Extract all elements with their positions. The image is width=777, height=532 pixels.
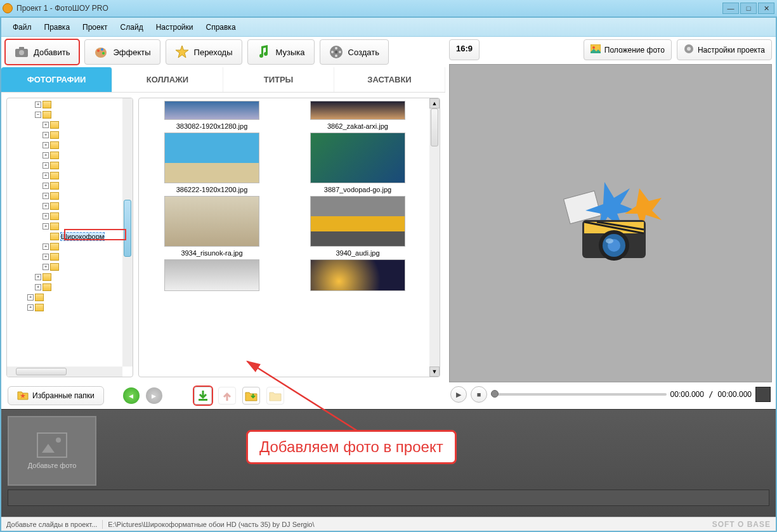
thumb-item[interactable]: 3862_zakat-arxi.jpg <box>287 101 428 130</box>
left-panel: Добавить Эффекты Переходы <box>1 37 445 409</box>
menu-edit[interactable]: Правка <box>38 20 77 34</box>
play-button[interactable]: ▶ <box>450 386 467 403</box>
menu-project[interactable]: Проект <box>76 20 114 34</box>
preview-area <box>449 64 772 382</box>
tab-collages[interactable]: КОЛЛАЖИ <box>112 67 223 92</box>
photo-position-label: Положение фото <box>604 46 665 55</box>
svg-point-3 <box>95 48 107 58</box>
minimize-button[interactable]: — <box>722 3 739 14</box>
maximize-button[interactable]: □ <box>740 3 757 14</box>
project-settings-button[interactable]: Настройки проекта <box>677 39 772 60</box>
favorites-label: Избранные папки <box>32 391 95 400</box>
svg-point-12 <box>331 51 334 53</box>
add-button[interactable]: Добавить <box>5 39 79 65</box>
stop-button[interactable]: ■ <box>471 386 487 403</box>
svg-point-13 <box>335 51 337 53</box>
status-path: E:\Pictures\Широкоформатные обои HD (час… <box>108 521 314 528</box>
thumb-item[interactable]: 386222-1920x1200.jpg <box>141 133 282 193</box>
transitions-button[interactable]: Переходы <box>166 39 242 65</box>
add-slide-placeholder[interactable]: Добавьте фото <box>8 416 96 486</box>
playback-slider[interactable] <box>491 393 667 396</box>
menu-slide[interactable]: Слайд <box>114 20 150 34</box>
tree-hscrollbar[interactable] <box>7 367 122 377</box>
image-placeholder-icon <box>37 432 67 458</box>
nav-forward-button[interactable]: ▸ <box>146 387 162 404</box>
folder-highlight-annotation <box>64 229 126 240</box>
svg-rect-1 <box>19 47 24 49</box>
svg-point-31 <box>606 238 613 243</box>
add-all-button[interactable] <box>242 387 260 405</box>
tab-titles[interactable]: ТИТРЫ <box>223 67 334 92</box>
thumbnail-pane[interactable]: 383082-1920x1280.jpg 3862_zakat-arxi.jpg… <box>138 98 440 377</box>
add-to-project-button[interactable] <box>194 387 212 405</box>
transitions-label: Переходы <box>194 48 233 57</box>
titlebar: Проект 1 - ФотоШОУ PRO — □ ✕ <box>0 0 777 16</box>
watermark: SOFT O BASE <box>712 520 771 529</box>
menu-file[interactable]: Файл <box>6 20 38 34</box>
create-label: Создать <box>348 48 379 57</box>
menu-settings[interactable]: Настройки <box>150 20 200 34</box>
effects-label: Эффекты <box>113 48 150 57</box>
tab-row: ФОТОГРАФИИ КОЛЛАЖИ ТИТРЫ ЗАСТАВКИ <box>1 67 445 93</box>
reel-icon <box>329 45 343 59</box>
thumb-item[interactable]: 3887_vodopad-go.jpg <box>287 133 428 193</box>
thumb-label: 3934_risunok-ra.jpg <box>141 249 282 257</box>
add-label: Добавить <box>34 48 70 57</box>
camera-icon <box>15 45 29 59</box>
thumb-item[interactable]: 3934_risunok-ra.jpg <box>141 196 282 257</box>
svg-point-4 <box>97 49 100 52</box>
thumb-vscrollbar[interactable]: ▲ ▼ <box>429 98 440 377</box>
svg-rect-15 <box>199 399 207 401</box>
create-button[interactable]: Создать <box>320 39 389 65</box>
playback-row: ▶ ■ 00:00.000 / 00:00.000 <box>449 382 772 406</box>
svg-point-6 <box>102 52 105 55</box>
annotation-callout: Добавляем фото в проект <box>246 430 457 464</box>
photo-position-button[interactable]: Положение фото <box>584 39 672 60</box>
fullscreen-button[interactable] <box>755 387 771 402</box>
star-icon <box>175 45 189 59</box>
menubar: Файл Правка Проект Слайд Настройки Справ… <box>1 18 776 37</box>
folder-star-icon <box>17 390 29 402</box>
action-row: Избранные папки ◂ ▸ <box>1 382 445 409</box>
svg-point-17 <box>592 46 595 49</box>
svg-point-2 <box>19 50 24 55</box>
app-icon <box>3 3 13 13</box>
svg-point-10 <box>339 51 341 53</box>
music-icon <box>257 45 271 59</box>
svg-point-19 <box>687 47 691 51</box>
aspect-ratio-button[interactable]: 16:9 <box>449 39 480 60</box>
remove-from-project-button[interactable] <box>218 387 236 405</box>
image-icon <box>591 44 601 55</box>
main-toolbar: Добавить Эффекты Переходы <box>1 37 445 67</box>
thumb-item[interactable]: 383082-1920x1280.jpg <box>141 101 282 130</box>
svg-point-5 <box>101 48 103 51</box>
statusbar: Добавьте слайды в проект... E:\Pictures\… <box>1 517 776 531</box>
annotation-text: Добавляем фото в проект <box>259 438 443 455</box>
thumb-label: 383082-1920x1280.jpg <box>141 122 282 130</box>
folder-tree[interactable]: + − + + + + + + + + + + + Широкоформ <box>6 98 133 377</box>
music-button[interactable]: Музыка <box>247 39 315 65</box>
audio-track[interactable] <box>8 490 769 506</box>
project-settings-label: Настройки проекта <box>698 46 765 55</box>
thumb-item[interactable] <box>141 259 282 294</box>
tab-intros[interactable]: ЗАСТАВКИ <box>334 67 445 92</box>
add-slide-label: Добавьте фото <box>28 462 77 469</box>
effects-button[interactable]: Эффекты <box>84 39 160 65</box>
close-button[interactable]: ✕ <box>758 3 774 14</box>
preview-logo-icon <box>554 176 668 271</box>
remove-all-button[interactable] <box>266 387 284 405</box>
thumb-label: 3862_zakat-arxi.jpg <box>287 122 428 130</box>
thumb-item[interactable] <box>287 259 428 294</box>
favorites-button[interactable]: Избранные папки <box>8 386 104 405</box>
right-panel: 16:9 Положение фото Настройки проекта <box>445 37 776 409</box>
content-row: Добавить Эффекты Переходы <box>1 37 776 409</box>
window-title: Проект 1 - ФотоШОУ PRO <box>16 4 721 13</box>
time-display: 00:00.000 / 00:00.000 <box>670 390 752 399</box>
svg-point-11 <box>335 55 337 57</box>
gear-icon <box>684 44 694 56</box>
palette-icon <box>94 45 108 59</box>
thumb-item[interactable]: 3940_audi.jpg <box>287 196 428 257</box>
menu-help[interactable]: Справка <box>199 20 242 34</box>
tab-photos[interactable]: ФОТОГРАФИИ <box>1 67 112 92</box>
nav-back-button[interactable]: ◂ <box>123 387 140 404</box>
